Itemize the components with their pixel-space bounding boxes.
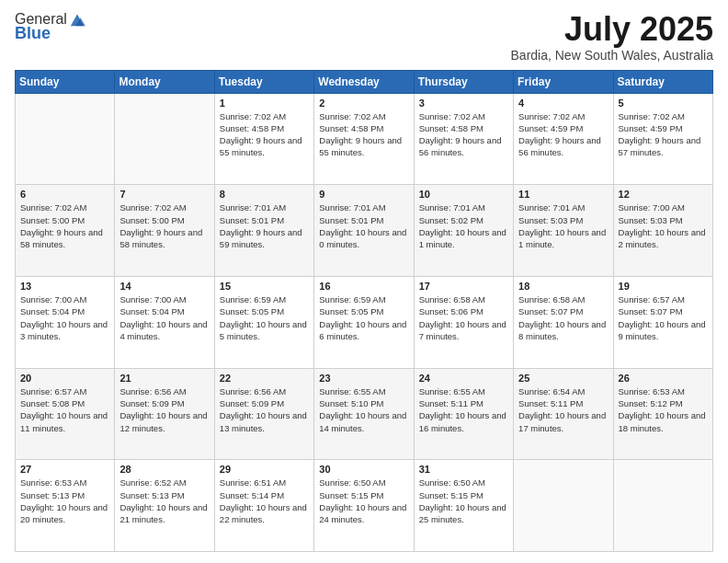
day-number: 16 — [319, 281, 408, 292]
day-number: 23 — [319, 373, 408, 384]
col-wednesday: Wednesday — [314, 70, 414, 93]
day-info: Sunrise: 7:01 AM Sunset: 5:03 PM Dayligh… — [518, 201, 608, 250]
day-info: Sunrise: 7:02 AM Sunset: 4:58 PM Dayligh… — [319, 110, 408, 159]
calendar-week-row: 27Sunrise: 6:53 AM Sunset: 5:13 PM Dayli… — [16, 460, 713, 552]
day-number: 24 — [419, 373, 508, 384]
table-row: 21Sunrise: 6:56 AM Sunset: 5:09 PM Dayli… — [115, 368, 214, 460]
table-row: 9Sunrise: 7:01 AM Sunset: 5:01 PM Daylig… — [314, 185, 414, 277]
day-info: Sunrise: 7:01 AM Sunset: 5:01 PM Dayligh… — [220, 201, 309, 250]
col-thursday: Thursday — [414, 70, 513, 93]
day-number: 26 — [619, 373, 708, 384]
table-row: 12Sunrise: 7:00 AM Sunset: 5:03 PM Dayli… — [613, 185, 712, 277]
day-info: Sunrise: 7:02 AM Sunset: 4:58 PM Dayligh… — [419, 110, 508, 159]
table-row: 11Sunrise: 7:01 AM Sunset: 5:03 PM Dayli… — [514, 185, 613, 277]
calendar-week-row: 13Sunrise: 7:00 AM Sunset: 5:04 PM Dayli… — [16, 276, 713, 368]
day-number: 19 — [619, 281, 708, 292]
table-row: 31Sunrise: 6:50 AM Sunset: 5:15 PM Dayli… — [414, 460, 513, 552]
table-row: 28Sunrise: 6:52 AM Sunset: 5:13 PM Dayli… — [115, 460, 214, 552]
main-title: July 2025 — [511, 11, 713, 48]
day-info: Sunrise: 7:02 AM Sunset: 4:58 PM Dayligh… — [220, 110, 309, 159]
day-number: 13 — [20, 281, 109, 292]
day-info: Sunrise: 6:50 AM Sunset: 5:15 PM Dayligh… — [319, 477, 408, 525]
table-row: 24Sunrise: 6:55 AM Sunset: 5:11 PM Dayli… — [414, 368, 513, 460]
table-row: 1Sunrise: 7:02 AM Sunset: 4:58 PM Daylig… — [214, 93, 313, 185]
day-info: Sunrise: 7:02 AM Sunset: 5:00 PM Dayligh… — [119, 201, 209, 250]
calendar-week-row: 20Sunrise: 6:57 AM Sunset: 5:08 PM Dayli… — [16, 368, 713, 460]
day-number: 30 — [319, 464, 408, 475]
day-info: Sunrise: 6:53 AM Sunset: 5:13 PM Dayligh… — [20, 477, 109, 525]
calendar-header-row: Sunday Monday Tuesday Wednesday Thursday… — [16, 70, 713, 93]
day-info: Sunrise: 7:02 AM Sunset: 4:59 PM Dayligh… — [518, 110, 608, 159]
header: General Blue July 2025 Bardia, New South… — [15, 11, 713, 63]
table-row: 23Sunrise: 6:55 AM Sunset: 5:10 PM Dayli… — [314, 368, 414, 460]
day-number: 22 — [220, 373, 309, 384]
day-info: Sunrise: 7:02 AM Sunset: 4:59 PM Dayligh… — [619, 110, 708, 159]
table-row: 19Sunrise: 6:57 AM Sunset: 5:07 PM Dayli… — [613, 276, 712, 368]
day-info: Sunrise: 6:56 AM Sunset: 5:09 PM Dayligh… — [119, 385, 209, 434]
day-info: Sunrise: 6:53 AM Sunset: 5:12 PM Dayligh… — [619, 385, 708, 434]
day-number: 14 — [119, 281, 209, 292]
day-number: 20 — [20, 373, 109, 384]
logo: General Blue — [15, 11, 85, 43]
calendar-table: Sunday Monday Tuesday Wednesday Thursday… — [15, 70, 713, 552]
table-row: 15Sunrise: 6:59 AM Sunset: 5:05 PM Dayli… — [214, 276, 313, 368]
day-info: Sunrise: 6:55 AM Sunset: 5:10 PM Dayligh… — [319, 385, 408, 434]
day-number: 12 — [619, 189, 708, 200]
table-row: 26Sunrise: 6:53 AM Sunset: 5:12 PM Dayli… — [613, 368, 712, 460]
day-number: 21 — [119, 373, 209, 384]
table-row: 14Sunrise: 7:00 AM Sunset: 5:04 PM Dayli… — [115, 276, 214, 368]
col-saturday: Saturday — [613, 70, 712, 93]
table-row: 2Sunrise: 7:02 AM Sunset: 4:58 PM Daylig… — [314, 93, 414, 185]
day-info: Sunrise: 6:58 AM Sunset: 5:06 PM Dayligh… — [419, 293, 508, 342]
day-info: Sunrise: 7:01 AM Sunset: 5:02 PM Dayligh… — [419, 201, 508, 250]
table-row: 13Sunrise: 7:00 AM Sunset: 5:04 PM Dayli… — [16, 276, 115, 368]
day-number: 7 — [119, 189, 209, 200]
day-info: Sunrise: 6:56 AM Sunset: 5:09 PM Dayligh… — [220, 385, 309, 434]
table-row — [613, 460, 712, 552]
day-number: 25 — [518, 373, 608, 384]
day-number: 5 — [619, 98, 708, 109]
table-row: 30Sunrise: 6:50 AM Sunset: 5:15 PM Dayli… — [314, 460, 414, 552]
day-number: 18 — [518, 281, 608, 292]
table-row: 22Sunrise: 6:56 AM Sunset: 5:09 PM Dayli… — [214, 368, 313, 460]
table-row: 29Sunrise: 6:51 AM Sunset: 5:14 PM Dayli… — [214, 460, 313, 552]
day-info: Sunrise: 6:58 AM Sunset: 5:07 PM Dayligh… — [518, 293, 608, 342]
table-row: 10Sunrise: 7:01 AM Sunset: 5:02 PM Dayli… — [414, 185, 513, 277]
day-number: 27 — [20, 464, 109, 475]
day-number: 3 — [419, 98, 508, 109]
day-number: 10 — [419, 189, 508, 200]
subtitle: Bardia, New South Wales, Australia — [511, 48, 713, 63]
day-info: Sunrise: 6:54 AM Sunset: 5:11 PM Dayligh… — [518, 385, 608, 434]
table-row: 8Sunrise: 7:01 AM Sunset: 5:01 PM Daylig… — [214, 185, 313, 277]
col-monday: Monday — [115, 70, 214, 93]
day-number: 2 — [319, 98, 408, 109]
table-row — [16, 93, 115, 185]
col-friday: Friday — [514, 70, 613, 93]
col-sunday: Sunday — [16, 70, 115, 93]
day-number: 28 — [119, 464, 209, 475]
logo-icon — [69, 11, 85, 28]
table-row: 18Sunrise: 6:58 AM Sunset: 5:07 PM Dayli… — [514, 276, 613, 368]
table-row: 20Sunrise: 6:57 AM Sunset: 5:08 PM Dayli… — [16, 368, 115, 460]
table-row: 3Sunrise: 7:02 AM Sunset: 4:58 PM Daylig… — [414, 93, 513, 185]
day-number: 31 — [419, 464, 508, 475]
day-info: Sunrise: 7:00 AM Sunset: 5:04 PM Dayligh… — [20, 293, 109, 342]
day-number: 29 — [220, 464, 309, 475]
table-row — [115, 93, 214, 185]
day-info: Sunrise: 6:51 AM Sunset: 5:14 PM Dayligh… — [220, 477, 309, 525]
day-info: Sunrise: 7:02 AM Sunset: 5:00 PM Dayligh… — [20, 201, 109, 250]
day-number: 15 — [220, 281, 309, 292]
day-info: Sunrise: 6:50 AM Sunset: 5:15 PM Dayligh… — [419, 477, 508, 525]
col-tuesday: Tuesday — [214, 70, 313, 93]
table-row: 25Sunrise: 6:54 AM Sunset: 5:11 PM Dayli… — [514, 368, 613, 460]
table-row: 6Sunrise: 7:02 AM Sunset: 5:00 PM Daylig… — [16, 185, 115, 277]
table-row: 7Sunrise: 7:02 AM Sunset: 5:00 PM Daylig… — [115, 185, 214, 277]
calendar-week-row: 6Sunrise: 7:02 AM Sunset: 5:00 PM Daylig… — [16, 185, 713, 277]
table-row: 16Sunrise: 6:59 AM Sunset: 5:05 PM Dayli… — [314, 276, 414, 368]
day-info: Sunrise: 6:57 AM Sunset: 5:08 PM Dayligh… — [20, 385, 109, 434]
title-block: July 2025 Bardia, New South Wales, Austr… — [511, 11, 713, 63]
day-info: Sunrise: 6:57 AM Sunset: 5:07 PM Dayligh… — [619, 293, 708, 342]
day-info: Sunrise: 6:59 AM Sunset: 5:05 PM Dayligh… — [220, 293, 309, 342]
calendar-week-row: 1Sunrise: 7:02 AM Sunset: 4:58 PM Daylig… — [16, 93, 713, 185]
day-info: Sunrise: 7:00 AM Sunset: 5:04 PM Dayligh… — [119, 293, 209, 342]
